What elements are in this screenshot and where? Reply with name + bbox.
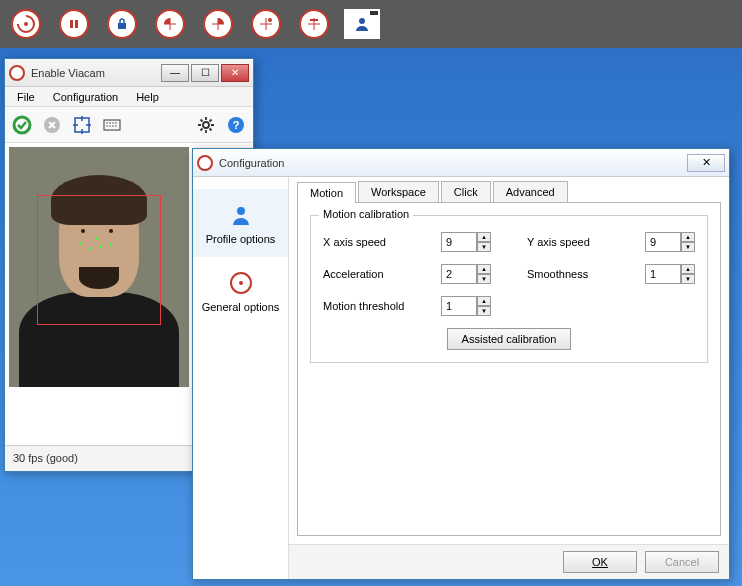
minimize-button[interactable]: — [161, 64, 189, 82]
config-app-icon [197, 155, 213, 171]
thresh-down[interactable]: ▼ [477, 306, 491, 316]
app-icon [9, 65, 25, 81]
svg-point-22 [237, 207, 245, 215]
x-speed-spinbox[interactable]: ▲▼ [441, 232, 491, 252]
threshold-input[interactable] [441, 296, 477, 316]
lock-icon[interactable] [104, 6, 140, 42]
svg-point-5 [359, 18, 365, 24]
config-tabs: Motion Workspace Click Advanced [289, 177, 729, 202]
main-title: Enable Viacam [31, 67, 161, 79]
cancel-button[interactable]: Cancel [645, 551, 719, 573]
profile-options-label: Profile options [197, 233, 284, 245]
svg-point-4 [268, 18, 272, 22]
y-speed-input[interactable] [645, 232, 681, 252]
y-speed-down[interactable]: ▼ [681, 242, 695, 252]
smoothness-label: Smoothness [527, 268, 637, 280]
config-title: Configuration [219, 157, 687, 169]
click-left-icon[interactable] [152, 6, 188, 42]
close-button[interactable]: ✕ [221, 64, 249, 82]
pause-icon[interactable] [56, 6, 92, 42]
svg-rect-1 [70, 20, 73, 28]
x-speed-label: X axis speed [323, 236, 433, 248]
main-titlebar[interactable]: Enable Viacam — ☐ ✕ [5, 59, 253, 87]
config-left-pane: Profile options General options [193, 177, 289, 579]
tab-content-motion: Motion calibration X axis speed ▲▼ Y axi… [297, 202, 721, 536]
smoothness-spinbox[interactable]: ▲▼ [645, 264, 695, 284]
dialog-buttons: OK Cancel [289, 544, 729, 579]
enable-icon[interactable] [11, 114, 33, 136]
acceleration-spinbox[interactable]: ▲▼ [441, 264, 491, 284]
config-close-button[interactable]: ✕ [687, 154, 725, 172]
tab-advanced[interactable]: Advanced [493, 181, 568, 202]
x-speed-down[interactable]: ▼ [477, 242, 491, 252]
general-options-label: General options [197, 301, 284, 313]
x-speed-up[interactable]: ▲ [477, 232, 491, 242]
accel-down[interactable]: ▼ [477, 274, 491, 284]
thresh-up[interactable]: ▲ [477, 296, 491, 306]
x-speed-input[interactable] [441, 232, 477, 252]
svg-rect-2 [75, 20, 78, 28]
motion-group-title: Motion calibration [319, 208, 413, 220]
config-dialog: Configuration ✕ Profile options General … [192, 148, 730, 580]
y-speed-spinbox[interactable]: ▲▼ [645, 232, 695, 252]
profile-icon [227, 201, 255, 229]
menubar: File Configuration Help [5, 87, 253, 107]
general-options-item[interactable]: General options [193, 257, 288, 325]
svg-point-10 [106, 122, 108, 124]
disable-icon[interactable] [41, 114, 63, 136]
track-icon[interactable] [71, 114, 93, 136]
svg-point-12 [112, 122, 114, 124]
accel-up[interactable]: ▲ [477, 264, 491, 274]
smooth-down[interactable]: ▼ [681, 274, 695, 284]
click-move-icon[interactable] [248, 6, 284, 42]
user-icon[interactable] [344, 6, 380, 42]
smooth-up[interactable]: ▲ [681, 264, 695, 274]
svg-point-13 [115, 122, 117, 124]
svg-point-11 [109, 122, 111, 124]
svg-point-15 [109, 125, 111, 127]
click-right-icon[interactable] [200, 6, 236, 42]
settings-icon[interactable] [195, 114, 217, 136]
acceleration-input[interactable] [441, 264, 477, 284]
main-toolbar: ? [5, 107, 253, 143]
config-right-pane: Motion Workspace Click Advanced Motion c… [289, 177, 729, 579]
svg-rect-3 [118, 23, 126, 29]
tab-click[interactable]: Click [441, 181, 491, 202]
svg-point-16 [112, 125, 114, 127]
svg-point-17 [115, 125, 117, 127]
y-speed-label: Y axis speed [527, 236, 637, 248]
motion-calibration-group: Motion calibration X axis speed ▲▼ Y axi… [310, 215, 708, 363]
threshold-label: Motion threshold [323, 300, 433, 312]
assisted-calibration-button[interactable]: Assisted calibration [447, 328, 572, 350]
svg-text:?: ? [233, 119, 240, 131]
click-drag-icon[interactable] [296, 6, 332, 42]
menu-help[interactable]: Help [128, 89, 167, 105]
camera-view [9, 147, 189, 387]
ok-button[interactable]: OK [563, 551, 637, 573]
svg-point-18 [203, 122, 209, 128]
face-tracking-box [37, 195, 161, 325]
menu-configuration[interactable]: Configuration [45, 89, 126, 105]
menu-file[interactable]: File [9, 89, 43, 105]
acceleration-label: Acceleration [323, 268, 433, 280]
help-icon[interactable]: ? [225, 114, 247, 136]
svg-point-0 [24, 22, 28, 26]
tab-motion[interactable]: Motion [297, 182, 356, 203]
svg-point-14 [106, 125, 108, 127]
logo-icon[interactable] [8, 6, 44, 42]
svg-rect-9 [104, 120, 120, 130]
maximize-button[interactable]: ☐ [191, 64, 219, 82]
config-titlebar[interactable]: Configuration ✕ [193, 149, 729, 177]
threshold-spinbox[interactable]: ▲▼ [441, 296, 491, 316]
profile-options-item[interactable]: Profile options [193, 189, 288, 257]
top-toolbar [0, 0, 742, 48]
y-speed-up[interactable]: ▲ [681, 232, 695, 242]
general-icon [227, 269, 255, 297]
tab-workspace[interactable]: Workspace [358, 181, 439, 202]
keyboard-icon[interactable] [101, 114, 123, 136]
smoothness-input[interactable] [645, 264, 681, 284]
